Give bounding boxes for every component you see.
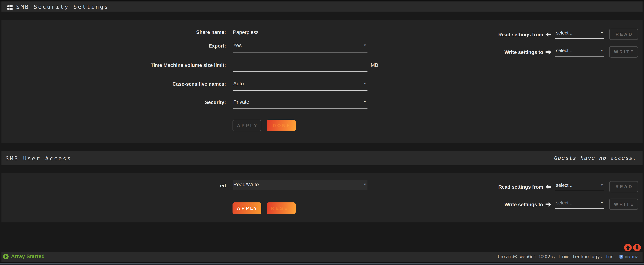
time-machine-limit-input[interactable] [233, 62, 365, 68]
export-select-value: Yes [233, 43, 242, 49]
export-label: Export: [108, 43, 226, 49]
arrow-left-icon [545, 32, 552, 37]
user-access-select-value: Read/Write [233, 182, 259, 188]
case-sensitive-select-value: Auto [233, 81, 244, 87]
smb-user-access-header [2, 151, 642, 165]
copyright-text: Unraid® webGui ©2025, Lime Technology, I… [498, 254, 616, 259]
time-machine-limit-label: Time Machine volume size limit: [108, 62, 226, 69]
arrow-right-icon [545, 50, 552, 55]
dropdown-caret-icon: ▼ [364, 183, 366, 186]
array-status: Array Started [3, 253, 45, 259]
book-icon [619, 254, 624, 259]
security-select[interactable]: Private ▼ [233, 98, 368, 109]
done-button[interactable]: DONE [267, 120, 296, 131]
dropdown-caret-icon: ▼ [600, 183, 603, 187]
read-settings-select-2[interactable]: select... ▼ [555, 182, 604, 191]
windows-smb-icon [6, 4, 13, 11]
guests-note-bold: no [599, 155, 606, 161]
read-settings-select[interactable]: select... ▼ [555, 29, 604, 39]
write-settings-select-2[interactable]: select... ▼ [555, 199, 604, 209]
case-sensitive-select[interactable]: Auto ▼ [233, 80, 368, 91]
guests-note-suffix: access. [606, 155, 637, 161]
dropdown-caret-icon: ▼ [364, 44, 366, 47]
read-settings-select-value: select... [556, 30, 572, 36]
guests-access-note: Guests have no access. [554, 155, 637, 161]
manual-link[interactable]: manual [619, 254, 642, 259]
export-select[interactable]: Yes ▼ [233, 42, 368, 53]
write-settings-select-2-value: select... [556, 200, 572, 206]
manual-link-label: manual [625, 254, 642, 259]
share-name-value: Paperpless [233, 29, 258, 36]
scroll-to-bottom-button[interactable] [633, 243, 641, 251]
time-machine-limit-field [233, 61, 368, 72]
smb-security-settings-header: SMB Security Settings [2, 2, 642, 12]
read-settings-from-label-2: Read settings from [448, 184, 543, 190]
read-button-2[interactable]: READ [609, 181, 638, 192]
user-ed-label: ed [108, 182, 226, 189]
read-button[interactable]: READ [609, 29, 638, 40]
write-settings-select[interactable]: select... ▼ [555, 47, 604, 57]
bottom-edge [0, 264, 644, 265]
share-name-label: Share name: [108, 29, 226, 36]
page-title: SMB Security Settings [16, 4, 109, 10]
footer-copyright-group: Unraid® webGui ©2025, Lime Technology, I… [498, 254, 642, 259]
dropdown-caret-icon: ▼ [600, 201, 603, 204]
read-settings-from-label: Read settings from [448, 32, 543, 38]
write-button-2[interactable]: WRITE [609, 199, 638, 210]
dropdown-caret-icon: ▼ [364, 82, 366, 85]
arrow-left-icon [545, 184, 552, 189]
dropdown-caret-icon: ▼ [364, 100, 366, 104]
write-settings-select-value: select... [556, 48, 572, 53]
play-circle-icon [3, 254, 9, 259]
reset-button-label: RESET [267, 203, 295, 214]
smb-settings-page: SMB Security Settings Share name: Paperp… [0, 0, 644, 265]
done-button-label: DONE [267, 120, 295, 131]
write-settings-to-label: Write settings to [448, 49, 543, 55]
apply-button-disabled[interactable]: APPLY [232, 120, 261, 131]
user-access-select[interactable]: Read/Write ▼ [233, 180, 368, 191]
smb-user-access-title: SMB User Access [6, 155, 72, 162]
read-settings-select-2-value: select... [556, 182, 572, 188]
array-status-text: Array Started [11, 253, 45, 259]
scroll-to-top-button[interactable] [624, 243, 632, 251]
write-settings-to-label-2: Write settings to [448, 201, 543, 208]
security-select-value: Private [233, 99, 249, 105]
write-button[interactable]: WRITE [609, 46, 638, 58]
dropdown-caret-icon: ▼ [600, 49, 603, 52]
top-strip [0, 0, 644, 2]
guests-note-prefix: Guests have [554, 155, 599, 161]
dropdown-caret-icon: ▼ [600, 31, 603, 34]
case-sensitive-label: Case-sensitive names: [108, 81, 226, 87]
mb-suffix: MB [371, 62, 378, 68]
reset-button[interactable]: RESET [267, 202, 296, 214]
security-label: Security: [108, 99, 226, 106]
arrow-right-icon [545, 202, 552, 207]
apply-button[interactable]: APPLY [232, 202, 261, 214]
